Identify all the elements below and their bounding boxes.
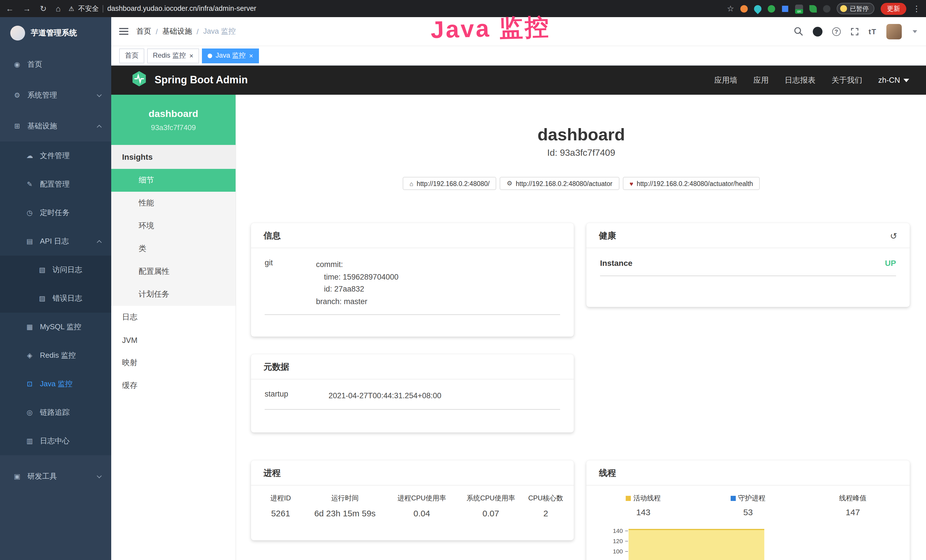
health-row-instance[interactable]: Instance UP [600, 259, 896, 276]
sba-item-config-props[interactable]: 配置属性 [111, 260, 236, 283]
process-cpu: 0.04 [384, 509, 460, 518]
chevron-down-icon [97, 473, 102, 478]
admin-sidebar: 芋道管理系统 ◉ 首页 ⚙ 系统管理 ⊞ 基础设施 ☁ 文件管理 ✎ 配置管理 … [0, 17, 111, 560]
tab-home[interactable]: 首页 [119, 48, 144, 63]
sba-brand-title: Spring Boot Admin [154, 74, 248, 86]
clock-icon: ◷ [25, 209, 34, 217]
health-card-title: 健康 [599, 230, 616, 241]
nav-applications[interactable]: 应用 [753, 75, 769, 85]
app-logo-row[interactable]: 芋道管理系统 [0, 17, 111, 49]
security-label[interactable]: 不安全 [78, 4, 99, 14]
sba-item-jvm[interactable]: JVM [111, 328, 236, 351]
sidebar-item-config-management[interactable]: ✎ 配置管理 [0, 170, 111, 198]
emoji-face-icon [840, 5, 847, 12]
process-card: 进程 进程ID 运行时间 进程CPU使用率 系统CPU使用率 CPU核心数 52… [251, 460, 574, 540]
sidebar-item-system-management[interactable]: ⚙ 系统管理 [0, 80, 111, 111]
breadcrumb-home[interactable]: 首页 [136, 26, 151, 36]
github-icon[interactable] [813, 27, 822, 36]
address-bar[interactable]: ⚠ 不安全 dashboard.yudao.iocoder.cn/infra/a… [68, 4, 727, 14]
help-icon[interactable]: ? [832, 27, 840, 36]
hamburger-icon[interactable] [119, 28, 128, 35]
browser-menu-icon[interactable]: ⋮ [912, 5, 921, 12]
close-icon[interactable]: × [189, 52, 194, 59]
y-tick-line [625, 541, 628, 542]
nav-about[interactable]: 关于我们 [831, 75, 862, 85]
sidebar-item-api-logs[interactable]: ▤ API 日志 [0, 227, 111, 256]
back-icon[interactable]: ← [6, 5, 14, 12]
y-tick-100: 100 [594, 548, 623, 555]
browser-home-icon[interactable]: ⌂ [56, 5, 61, 12]
update-button[interactable]: 更新 [881, 3, 906, 15]
health-url-link[interactable]: ♥ http://192.168.0.2:48080/actuator/heal… [623, 177, 760, 190]
sidebar-group-insights: Insights [111, 145, 236, 169]
sidebar-item-scheduled-jobs[interactable]: ◷ 定时任务 [0, 198, 111, 227]
actuator-url-link[interactable]: ⚙ http://192.168.0.2:48080/actuator [500, 177, 619, 190]
paused-badge[interactable]: 已暂停 [837, 3, 875, 14]
peak-threads-value: 147 [800, 507, 905, 517]
detail-header: dashboard Id: 93a3fc7f7409 [236, 124, 926, 158]
extension-switch-icon[interactable]: on [795, 5, 803, 12]
search-icon[interactable] [794, 27, 803, 36]
tab-redis-monitor[interactable]: Redis 监控 × [147, 48, 199, 63]
metadata-row-startup: startup 2021-04-27T00:44:31.254+08:00 [265, 390, 560, 409]
y-tick-line [625, 531, 628, 531]
instance-header[interactable]: dashboard 93a3fc7f7409 [111, 95, 236, 145]
sba-item-performance[interactable]: 性能 [111, 192, 236, 215]
sba-item-caches[interactable]: 缓存 [111, 374, 236, 397]
bookmark-star-icon[interactable]: ☆ [727, 5, 734, 12]
sba-item-details[interactable]: 细节 [111, 169, 236, 192]
font-size-icon[interactable]: tT [869, 27, 877, 36]
refresh-icon[interactable]: ↻ [40, 5, 47, 12]
close-icon[interactable]: × [249, 52, 253, 59]
sidebar-item-trace[interactable]: ◎ 链路追踪 [0, 398, 111, 427]
sidebar-item-home[interactable]: ◉ 首页 [0, 49, 111, 80]
gear-icon: ⚙ [12, 91, 22, 99]
sidebar-item-dev-tools[interactable]: ▣ 研发工具 [0, 461, 111, 492]
user-avatar[interactable] [887, 24, 902, 39]
not-secure-warning-icon: ⚠ [68, 5, 74, 12]
sba-item-logs[interactable]: 日志 [111, 306, 236, 328]
sidebar-item-java-monitor[interactable]: ⊡ Java 监控 [0, 370, 111, 398]
url-text[interactable]: dashboard.yudao.iocoder.cn/infra/admin-s… [107, 5, 256, 12]
sba-item-mappings[interactable]: 映射 [111, 351, 236, 374]
extension-puppeteer-icon[interactable] [823, 5, 831, 12]
breadcrumb-infrastructure[interactable]: 基础设施 [162, 26, 192, 36]
fullscreen-icon[interactable] [850, 27, 859, 36]
tab-java-monitor[interactable]: Java 监控 × [202, 48, 259, 63]
sidebar-item-error-logs[interactable]: ▨ 错误日志 [0, 284, 111, 313]
history-icon[interactable]: ↺ [890, 231, 897, 241]
dashboard-icon: ◉ [12, 61, 22, 68]
process-uptime: 6d 23h 15m 59s [306, 509, 384, 518]
on-badge: on [795, 9, 803, 14]
sidebar-item-log-center[interactable]: ▥ 日志中心 [0, 427, 111, 455]
sba-item-classes[interactable]: 类 [111, 238, 236, 260]
active-dot [207, 53, 212, 58]
info-card-title: 信息 [251, 223, 574, 248]
locale-select[interactable]: zh-CN [878, 76, 909, 85]
service-url-link[interactable]: ⌂ http://192.168.0.2:48080/ [403, 177, 496, 190]
sba-item-scheduled-tasks[interactable]: 计划任务 [111, 283, 236, 306]
avatar-caret-icon[interactable] [912, 30, 917, 33]
extension-fox-icon[interactable] [740, 5, 748, 12]
extension-drop-icon[interactable] [753, 3, 763, 14]
sidebar-item-access-logs[interactable]: ▧ 访问日志 [0, 256, 111, 284]
access-log-icon: ▧ [38, 266, 47, 274]
nav-journal[interactable]: 日志报表 [785, 75, 816, 85]
extension-grid-icon[interactable] [781, 5, 789, 12]
file-icon: ☁ [25, 152, 34, 160]
breadcrumb-separator: / [156, 27, 158, 36]
sidebar-item-file-management[interactable]: ☁ 文件管理 [0, 141, 111, 170]
forward-icon[interactable]: → [23, 5, 31, 12]
extension-green-icon[interactable] [768, 5, 775, 12]
sba-item-environment[interactable]: 环境 [111, 215, 236, 238]
sidebar-item-redis-monitor[interactable]: ◈ Redis 监控 [0, 341, 111, 370]
sidebar-item-infrastructure[interactable]: ⊞ 基础设施 [0, 111, 111, 141]
sba-brand[interactable]: Spring Boot Admin [111, 70, 248, 90]
nav-wallboard[interactable]: 应用墙 [714, 75, 737, 85]
sidebar-item-mysql-monitor[interactable]: ▦ MySQL 监控 [0, 313, 111, 341]
extension-leaf-icon[interactable] [809, 5, 817, 12]
instance-name: dashboard [111, 108, 236, 120]
threads-card: 线程 活动线程 守护进程 线程峰值 143 53 147 140 [586, 460, 910, 560]
metadata-value: 2021-04-27T00:44:31.254+08:00 [328, 390, 442, 402]
java-monitor-icon: ⊡ [25, 380, 34, 388]
